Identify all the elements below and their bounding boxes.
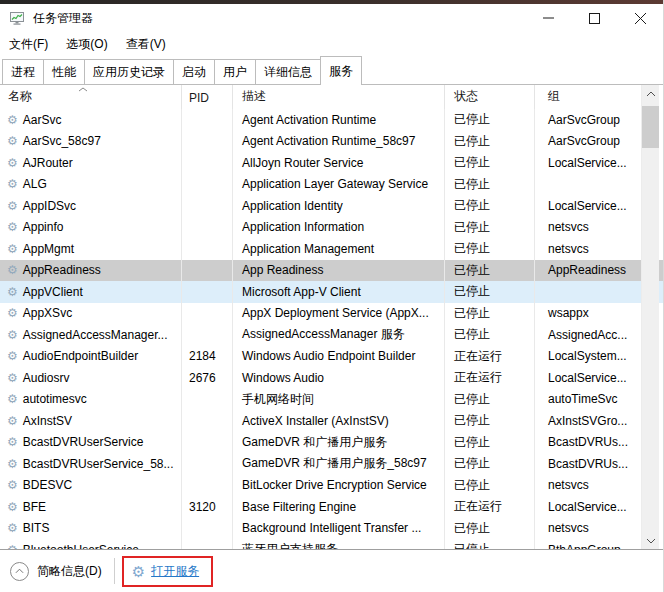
cell-group: AxInstSVGro... xyxy=(535,410,642,432)
maximize-button[interactable] xyxy=(571,4,617,32)
menu-item[interactable]: 选项(O) xyxy=(57,36,116,53)
sort-ascending-icon xyxy=(78,87,88,92)
tab[interactable]: 详细信息 xyxy=(255,59,321,85)
column-header-pid[interactable]: PID xyxy=(182,85,233,109)
cell-pid xyxy=(182,281,233,303)
cell-pid xyxy=(182,238,233,260)
cell-desc: AssignedAccessManager 服务 xyxy=(233,324,445,346)
service-row[interactable]: ⚙AppReadinessApp Readiness已停止AppReadines… xyxy=(0,260,663,282)
cell-group: AarSvcGroup xyxy=(535,109,642,131)
service-row[interactable]: ⚙AppMgmtApplication Management已停止netsvcs xyxy=(0,238,663,260)
cell-name: ⚙AssignedAccessManager... xyxy=(0,324,182,346)
service-row[interactable]: ⚙BFE3120Base Filtering Engine正在运行LocalSe… xyxy=(0,496,663,518)
cell-group: BcastDVRUs... xyxy=(535,453,642,475)
service-row[interactable]: ⚙ALGApplication Layer Gateway Service已停止 xyxy=(0,174,663,196)
cell-pid xyxy=(182,389,233,411)
cell-desc: Base Filtering Engine xyxy=(233,496,445,518)
cell-name: ⚙ALG xyxy=(0,174,182,196)
service-gear-icon: ⚙ xyxy=(7,135,18,147)
column-header-group[interactable]: 组 xyxy=(535,85,642,109)
service-row[interactable]: ⚙AppinfoApplication Information已停止netsvc… xyxy=(0,217,663,239)
service-gear-icon: ⚙ xyxy=(7,415,18,427)
cell-pid xyxy=(182,539,233,549)
service-row[interactable]: ⚙BluetoothUserService蓝牙用户支持服务已停止BthAppGr… xyxy=(0,539,663,549)
service-row[interactable]: ⚙AxInstSVActiveX Installer (AxInstSV)已停止… xyxy=(0,410,663,432)
window-title: 任务管理器 xyxy=(33,10,93,27)
tab[interactable]: 用户 xyxy=(214,59,256,85)
services-gear-icon: ⚙ xyxy=(132,564,145,579)
tab[interactable]: 服务 xyxy=(320,56,362,85)
titlebar[interactable]: 任务管理器 xyxy=(0,4,663,32)
service-row[interactable]: ⚙AssignedAccessManager...AssignedAccessM… xyxy=(0,324,663,346)
service-row[interactable]: ⚙BITSBackground Intelligent Transfer ...… xyxy=(0,518,663,540)
cell-group: AssignedAcc... xyxy=(535,324,642,346)
cell-pid xyxy=(182,260,233,282)
service-gear-icon: ⚙ xyxy=(7,350,18,362)
service-row[interactable]: ⚙AarSvc_58c97Agent Activation Runtime_58… xyxy=(0,131,663,153)
cell-name: ⚙Audiosrv xyxy=(0,367,182,389)
service-gear-icon: ⚙ xyxy=(7,200,18,212)
cell-group: AppReadiness xyxy=(535,260,642,282)
service-gear-icon: ⚙ xyxy=(7,178,18,190)
cell-group: netsvcs xyxy=(535,518,642,540)
minimize-button[interactable] xyxy=(525,4,571,32)
cell-desc: Application Identity xyxy=(233,195,445,217)
cell-pid: 2184 xyxy=(182,346,233,368)
cell-name: ⚙BITS xyxy=(0,518,182,540)
cell-status: 正在运行 xyxy=(445,346,535,368)
cell-desc: Microsoft App-V Client xyxy=(233,281,445,303)
task-manager-window: 任务管理器 文件(F)选项(O)查看(V) 进程性能应用历史记录启动用户详细信息… xyxy=(0,0,664,592)
cell-status: 已停止 xyxy=(445,303,535,325)
service-row[interactable]: ⚙autotimesvc手机网络时间已停止autoTimeSvc xyxy=(0,389,663,411)
tab[interactable]: 应用历史记录 xyxy=(84,59,174,85)
cell-group: autoTimeSvc xyxy=(535,389,642,411)
tab[interactable]: 性能 xyxy=(43,59,85,85)
scrollbar-thumb[interactable] xyxy=(642,106,659,148)
cell-name: ⚙BFE xyxy=(0,496,182,518)
cell-name: ⚙AppReadiness xyxy=(0,260,182,282)
tab[interactable]: 进程 xyxy=(2,59,44,85)
menu-item[interactable]: 查看(V) xyxy=(117,36,175,53)
cell-name: ⚙AJRouter xyxy=(0,152,182,174)
cell-desc: AppX Deployment Service (AppX... xyxy=(233,303,445,325)
cell-desc: Application Management xyxy=(233,238,445,260)
service-row[interactable]: ⚙AppXSvcAppX Deployment Service (AppX...… xyxy=(0,303,663,325)
cell-status: 已停止 xyxy=(445,281,535,303)
service-row[interactable]: ⚙BcastDVRUserService_58...GameDVR 和广播用户服… xyxy=(0,453,663,475)
close-button[interactable] xyxy=(617,4,663,32)
cell-status: 正在运行 xyxy=(445,367,535,389)
details-toggle-button[interactable]: 简略信息(D) xyxy=(10,562,102,581)
service-row[interactable]: ⚙AppVClientMicrosoft App-V Client已停止 xyxy=(0,281,663,303)
table-body: ⚙AarSvcAgent Activation Runtime已停止AarSvc… xyxy=(0,109,663,549)
cell-status: 已停止 xyxy=(445,432,535,454)
cell-name: ⚙AppMgmt xyxy=(0,238,182,260)
cell-status: 已停止 xyxy=(445,152,535,174)
vertical-scrollbar[interactable] xyxy=(641,85,659,549)
service-row[interactable]: ⚙AudioEndpointBuilder2184Windows Audio E… xyxy=(0,346,663,368)
service-row[interactable]: ⚙AppIDSvcApplication Identity已停止LocalSer… xyxy=(0,195,663,217)
chevron-up-circle-icon xyxy=(10,562,29,581)
service-row[interactable]: ⚙AJRouterAllJoyn Router Service已停止LocalS… xyxy=(0,152,663,174)
service-row[interactable]: ⚙Audiosrv2676Windows Audio正在运行LocalServi… xyxy=(0,367,663,389)
service-row[interactable]: ⚙BcastDVRUserServiceGameDVR 和广播用户服务已停止Bc… xyxy=(0,432,663,454)
cell-status: 已停止 xyxy=(445,539,535,549)
scroll-up-icon[interactable] xyxy=(642,85,659,102)
column-header-desc[interactable]: 描述 xyxy=(233,85,445,109)
column-header-name[interactable]: 名称 xyxy=(0,85,182,109)
cell-group: LocalService... xyxy=(535,152,642,174)
cell-status: 已停止 xyxy=(445,109,535,131)
cell-pid xyxy=(182,518,233,540)
menu-item[interactable]: 文件(F) xyxy=(0,36,57,53)
tab[interactable]: 启动 xyxy=(173,59,215,85)
service-row[interactable]: ⚙AarSvcAgent Activation Runtime已停止AarSvc… xyxy=(0,109,663,131)
open-services-link[interactable]: 打开服务 xyxy=(151,563,199,580)
menubar: 文件(F)选项(O)查看(V) xyxy=(0,32,663,56)
services-table: 名称PID描述状态组 ⚙AarSvcAgent Activation Runti… xyxy=(0,85,663,549)
service-gear-icon: ⚙ xyxy=(7,522,18,534)
column-header-status[interactable]: 状态 xyxy=(445,85,535,109)
service-gear-icon: ⚙ xyxy=(7,436,18,448)
footer: 简略信息(D) ⚙ 打开服务 xyxy=(0,549,663,592)
scroll-down-icon[interactable] xyxy=(642,532,659,549)
scrollbar-track[interactable] xyxy=(642,102,659,532)
service-row[interactable]: ⚙BDESVCBitLocker Drive Encryption Servic… xyxy=(0,475,663,497)
